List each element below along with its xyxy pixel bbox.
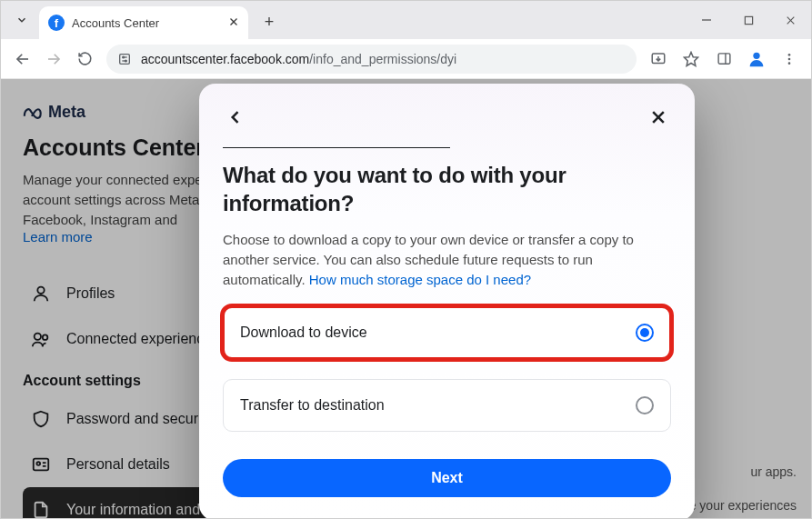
svg-point-11 — [123, 56, 125, 58]
dialog-description: Choose to download a copy to your own de… — [223, 230, 671, 289]
sidepanel-icon[interactable] — [709, 45, 738, 74]
address-bar[interactable]: accountscenter.facebook.com/info_and_per… — [106, 45, 637, 74]
radio-unselected-icon — [636, 396, 654, 414]
url-domain: accountscenter.facebook.com — [141, 52, 309, 66]
reload-button[interactable] — [70, 45, 99, 74]
dialog-back-button[interactable] — [223, 105, 248, 130]
forward-button[interactable] — [39, 45, 68, 74]
option-transfer-to-destination[interactable]: Transfer to destination — [223, 379, 671, 432]
minimize-button[interactable] — [686, 1, 727, 39]
storage-help-link[interactable]: How much storage space do I need? — [309, 272, 531, 287]
svg-point-19 — [788, 54, 791, 56]
facebook-favicon: f — [48, 15, 65, 31]
svg-point-12 — [125, 60, 126, 62]
tab-title: Accounts Center — [72, 16, 221, 30]
new-tab-button[interactable]: + — [256, 8, 283, 35]
window-controls — [686, 1, 811, 39]
browser-tabstrip: f Accounts Center + — [1, 1, 811, 39]
radio-selected-icon — [636, 324, 654, 342]
next-button[interactable]: Next — [223, 459, 671, 497]
svg-rect-3 — [745, 16, 752, 24]
dialog-close-button[interactable] — [646, 105, 671, 130]
svg-marker-15 — [685, 52, 698, 65]
svg-rect-16 — [718, 54, 730, 64]
close-tab-button[interactable] — [228, 15, 239, 30]
svg-point-20 — [788, 57, 791, 60]
browser-tab[interactable]: f Accounts Center — [39, 6, 248, 39]
profile-button[interactable] — [742, 45, 771, 74]
window-close-button[interactable] — [769, 1, 811, 39]
svg-point-18 — [753, 52, 759, 58]
back-button[interactable] — [8, 45, 37, 74]
bookmark-icon[interactable] — [677, 45, 706, 74]
site-settings-icon — [117, 52, 132, 66]
browser-toolbar: accountscenter.facebook.com/info_and_per… — [1, 39, 811, 79]
svg-point-21 — [788, 62, 791, 65]
dialog-title: What do you want to do with your informa… — [223, 161, 671, 217]
svg-rect-8 — [120, 54, 130, 64]
option-download-to-device[interactable]: Download to device — [223, 306, 671, 359]
chrome-menu-icon[interactable] — [775, 45, 804, 74]
tab-search-button[interactable] — [8, 6, 35, 34]
maximize-button[interactable] — [727, 1, 769, 39]
dialog-divider — [223, 147, 450, 148]
option-label: Transfer to destination — [240, 397, 385, 414]
install-app-icon[interactable] — [644, 45, 673, 74]
dyi-dialog: What do you want to do with your informa… — [199, 84, 695, 518]
option-label: Download to device — [240, 324, 367, 341]
url-path: /info_and_permissions/dyi — [309, 52, 456, 66]
